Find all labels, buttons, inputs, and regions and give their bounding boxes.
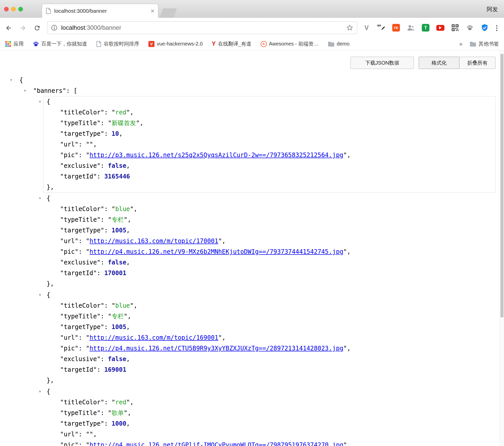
zoom-window-button[interactable]	[18, 7, 23, 11]
json-string-value: 新碟首发	[111, 120, 136, 127]
profile-name[interactable]: 阿发	[487, 6, 498, 13]
json-key: "titleColor"	[60, 302, 104, 309]
page-icon	[96, 41, 101, 47]
vue-icon: V	[148, 41, 155, 47]
json-key: "url"	[60, 237, 78, 245]
collapse-toggle-icon[interactable]: ▼	[39, 193, 41, 204]
bookmark-label: 谷歌按时间排序	[104, 40, 139, 47]
json-tree: ▼{▼"banners": [▼{"titleColor": "red","ty…	[0, 75, 496, 446]
scrollbar-thumb[interactable]	[500, 54, 503, 317]
bookmark-item-google-sort[interactable]: 谷歌按时间排序	[96, 40, 139, 47]
fe-icon[interactable]: FE	[392, 24, 400, 32]
json-url-link[interactable]: http://p3.music.126.net/s25q2x5QyqsAzilC…	[90, 152, 343, 159]
bookmark-item-vue-hackernews[interactable]: V vue-hackernews-2.0	[148, 41, 203, 47]
new-tab-button[interactable]	[160, 8, 177, 18]
forward-button[interactable]	[18, 23, 27, 33]
json-line: ▼{	[44, 96, 495, 107]
bookmark-item-other-bookmarks[interactable]: 其他书签	[470, 40, 499, 47]
json-line: ▼{	[0, 75, 496, 85]
minimize-window-button[interactable]	[11, 7, 16, 11]
json-line: },	[44, 375, 495, 386]
json-key: "pic"	[60, 345, 78, 352]
json-key: "typeTitle"	[60, 409, 101, 417]
url-bar[interactable]: localhost:3000/banner	[47, 21, 357, 34]
json-line: "typeTitle": "新碟首发",	[44, 118, 495, 128]
bookmark-item-awesomes[interactable]: A Awesomes - 前端资…	[261, 40, 319, 47]
json-string-value: blue	[115, 302, 130, 309]
json-string-value: red	[115, 399, 126, 406]
json-brace: },	[47, 280, 54, 287]
vimium-icon[interactable]: V	[362, 24, 371, 32]
collapse-toggle-icon[interactable]: ▼	[39, 96, 41, 107]
format-button[interactable]: 格式化	[419, 57, 459, 69]
paw-icon[interactable]	[466, 24, 474, 32]
shield-check-icon[interactable]	[481, 24, 489, 32]
json-line: "pic": "http://p4.music.126.net/V9-MXz6b…	[44, 246, 495, 257]
json-line: "targetType": 1005,	[44, 225, 495, 236]
youtube-icon[interactable]	[436, 24, 444, 32]
tab-close-icon[interactable]: ×	[151, 8, 155, 14]
json-line: "pic": "http://p3.music.126.net/s25q2x5Q…	[44, 150, 495, 160]
json-key: "targetType"	[60, 130, 104, 137]
json-line: "titleColor": "blue",	[44, 204, 495, 214]
bookmark-label: 应用	[13, 40, 24, 47]
json-line: "exclusive": false,	[44, 257, 495, 268]
json-string-value: 专栏	[111, 216, 124, 223]
collapse-toggle-icon[interactable]: ▼	[24, 85, 26, 96]
browser-tab[interactable]: localhost:3000/banner ×	[42, 4, 158, 18]
json-line: ▼{	[44, 386, 495, 397]
json-line: "typeTitle": "专栏",	[44, 311, 495, 322]
json-number-value: 169001	[104, 366, 126, 373]
qr-code-icon[interactable]	[451, 24, 459, 32]
vertical-scrollbar[interactable]	[500, 50, 504, 446]
json-key: "exclusive"	[60, 355, 101, 363]
json-url-link[interactable]: http://p4.music.126.net/V9-MXz6b2MNhEKju…	[90, 248, 343, 255]
page-content: 下载JSON数据 格式化 折叠所有 ▼{▼"banners": [▼{"titl…	[0, 50, 504, 446]
json-line: ▼"banners": [	[0, 85, 496, 96]
collapse-toggle-icon[interactable]: ▼	[39, 386, 41, 397]
tampermonkey-icon[interactable]: T	[422, 24, 430, 32]
collapse-toggle-icon[interactable]: ▼	[39, 290, 41, 300]
translate-icon[interactable]: en	[377, 24, 385, 32]
traffic-lights	[4, 7, 23, 11]
browser-menu-icon[interactable]	[493, 23, 500, 33]
json-url-link[interactable]: http://p4.music.126.net/tGPljf-IMOCyPvum…	[90, 441, 343, 446]
bookmark-item-demo[interactable]: demo	[328, 41, 349, 47]
json-url-link[interactable]: http://music.163.com/m/topic/170001	[90, 237, 218, 245]
json-key: "pic"	[60, 152, 78, 159]
bookmarks-overflow-icon[interactable]: »	[459, 40, 463, 48]
json-key: "targetId"	[60, 270, 97, 277]
baidu-paw-icon	[33, 41, 39, 47]
json-string-value: 歌单	[111, 409, 124, 417]
page-icon	[46, 8, 51, 14]
extension-icons: V en FE T	[362, 18, 489, 38]
json-key: "banners"	[33, 87, 66, 94]
json-brace: },	[47, 377, 54, 384]
bookmark-item-baidu[interactable]: 百度一下，你就知道	[33, 40, 87, 47]
json-line: },	[44, 182, 495, 192]
json-key: "pic"	[60, 248, 78, 255]
json-url-link[interactable]: http://music.163.com/m/topic/169001	[90, 334, 218, 341]
page-info-icon[interactable]	[51, 24, 58, 31]
json-url-link[interactable]: http://p4.music.126.net/CTU5B9R9y3XyYBZX…	[90, 345, 343, 352]
collapse-all-button[interactable]: 折叠所有	[459, 57, 496, 69]
json-line: "titleColor": "blue",	[44, 300, 495, 311]
json-key: "targetType"	[60, 420, 104, 427]
collapse-toggle-icon[interactable]: ▼	[10, 75, 12, 85]
bookmark-item-apps[interactable]: 应用	[5, 40, 24, 47]
collab-icon[interactable]	[407, 24, 415, 32]
json-line: "exclusive": false,	[44, 160, 495, 171]
close-window-button[interactable]	[4, 7, 9, 11]
json-number-value: 3165446	[104, 173, 130, 180]
bookmarks-bar: 应用 百度一下，你就知道 谷歌按时间排序 V vue-hackernews-2.…	[0, 38, 504, 50]
json-line: ▼{	[44, 193, 495, 204]
back-button[interactable]	[4, 23, 13, 33]
json-line: "typeTitle": "歌单",	[44, 408, 495, 418]
bookmark-item-youdao[interactable]: Y 在线翻译_有道	[212, 40, 251, 47]
bookmark-star-icon[interactable]	[346, 24, 353, 31]
json-string-value: blue	[115, 205, 130, 213]
download-json-button[interactable]: 下载JSON数据	[351, 57, 414, 69]
json-key: "targetType"	[60, 227, 104, 234]
json-line: "url": "http://music.163.com/m/topic/170…	[44, 236, 495, 246]
reload-button[interactable]	[33, 23, 42, 33]
